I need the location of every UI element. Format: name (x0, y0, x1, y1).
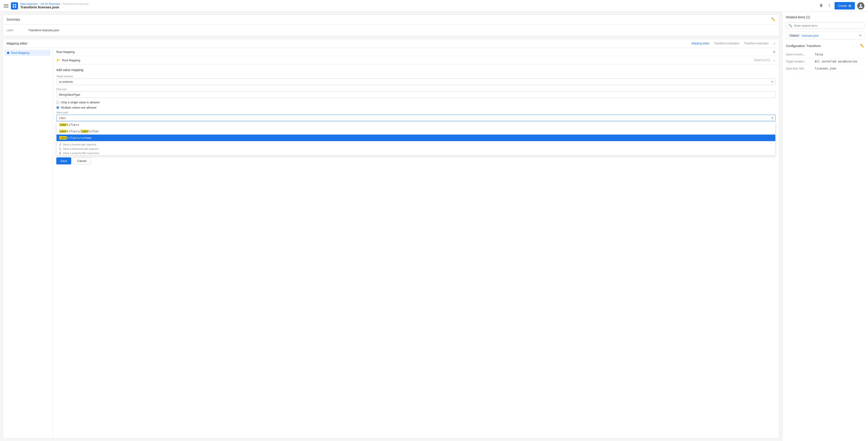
avatar[interactable] (857, 2, 864, 9)
svg-rect-1 (15, 4, 16, 5)
target-property-label: Target property (56, 75, 776, 78)
root-mapping-row-left: 📁 Root Mapping (56, 58, 80, 62)
breadcrumb-sep1: / (39, 2, 39, 5)
add-value-section: Add value mapping Target property ✕ Data… (53, 64, 779, 168)
mapping-body: Root Mapping Root Mapping ⚙ 📁 Root Mapp (3, 48, 779, 438)
autocomplete-item-identifiers[interactable]: identifiers (57, 121, 775, 128)
main-layout: Summary ✏️ Label Transform licenses.json… (0, 12, 868, 441)
config-row-0: Abort if errors ... false (786, 51, 864, 58)
autocomplete-item-identifiers-identifier[interactable]: identifiers/identifier (57, 128, 775, 135)
nav-item-label: Root Mapping (11, 51, 29, 55)
hint-slash-symbol: / (59, 143, 61, 146)
autocomplete-hl-3: iden (81, 129, 88, 133)
config-section: Configuration: Transform ✏️ Abort if err… (786, 44, 864, 72)
value-path-label: Value path (56, 111, 776, 114)
hamburger-menu[interactable] (4, 3, 8, 8)
autocomplete-hl-1: iden (59, 123, 67, 126)
autocomplete-hl-4: iden (59, 136, 67, 140)
tab-transform-execution[interactable]: Transform execution (744, 41, 769, 46)
autocomplete-hints-divider: / Starts a forward path segment \ Starts… (57, 141, 775, 155)
summary-header: Summary ✏️ (3, 15, 779, 24)
delete-button[interactable] (818, 2, 824, 9)
topbar-right: Create ⊕ (818, 2, 864, 9)
radio-single-input[interactable] (56, 101, 59, 104)
more-options-button[interactable] (827, 2, 832, 9)
breadcrumb-showcase[interactable]: v21.04 Showcase (40, 2, 60, 5)
summary-card: Summary ✏️ Label Transform licenses.json (3, 14, 779, 36)
chevron-down-icon: ⌄ (773, 58, 776, 62)
editor-content: Root Mapping ⚙ 📁 Root Mapping {text/url}… (53, 48, 779, 438)
related-item-left: Dataset licenses.json (788, 34, 819, 37)
value-path-input[interactable] (56, 115, 776, 121)
tab-mapping-editor[interactable]: Mapping editor (691, 41, 709, 46)
root-mapping-row[interactable]: 📁 Root Mapping {text/url} ⌄ (53, 56, 779, 64)
hint-bracket-symbol: [ (59, 151, 61, 155)
hint-backslash-symbol: \ (59, 147, 61, 150)
save-button[interactable]: Save (56, 157, 71, 165)
related-item: Dataset licenses.json 👁 (786, 32, 864, 39)
data-type-group: Data type (56, 88, 776, 98)
svg-point-5 (829, 5, 830, 6)
value-path-container: ✕ identifiers identifiers/identifier (56, 115, 776, 121)
summary-label-value: Transform licenses.json (28, 29, 59, 32)
app-logo (11, 2, 18, 9)
config-val-0: false (815, 53, 823, 56)
summary-body: Label Transform licenses.json (3, 24, 779, 36)
breadcrumb-data-integration[interactable]: Data integration (20, 2, 38, 5)
config-title: Configuration: Transform ✏️ (786, 44, 864, 48)
create-label: Create (838, 4, 847, 7)
config-key-1: Target vocabul... (786, 60, 813, 63)
breadcrumb-sep2: / (61, 2, 62, 5)
autocomplete-hl-2: iden (59, 129, 67, 133)
radio-single-item[interactable]: Only a single value is allowed (56, 100, 776, 104)
mapping-editor-title: Mapping editor (6, 41, 28, 45)
search-box: 🔍 (786, 22, 864, 29)
radio-multiple-input[interactable] (56, 106, 59, 109)
mapping-card-header: Mapping editor Mapping editor Transform … (3, 39, 779, 48)
folder-icon: 📁 (56, 58, 60, 62)
root-mapping-folder-label: Root Mapping (62, 59, 80, 62)
autocomplete-item-identifiers-scheme[interactable]: identifiers/scheme (57, 135, 775, 141)
data-type-input[interactable] (56, 91, 776, 98)
radio-single-label: Only a single value is allowed (61, 100, 100, 104)
config-edit-icon[interactable]: ✏️ (860, 44, 864, 48)
summary-edit-icon[interactable]: ✏️ (771, 18, 776, 22)
create-plus-icon: ⊕ (848, 4, 851, 8)
config-row-1: Target vocabul... All installed vocabula… (786, 58, 864, 65)
summary-label-row: Label Transform licenses.json (6, 27, 776, 33)
target-property-input-wrap: ✕ (56, 79, 776, 85)
radio-multiple-label: Multiple values are allowed (61, 106, 96, 109)
svg-point-4 (829, 4, 830, 4)
search-input[interactable] (794, 24, 862, 27)
value-path-clear-button[interactable]: ✕ (771, 116, 774, 120)
config-row-2: Input task: Dat... licenses.json (786, 65, 864, 72)
config-title-text: Configuration: Transform (786, 44, 821, 48)
config-key-2: Input task: Dat... (786, 67, 813, 70)
svg-point-6 (829, 6, 830, 7)
form-actions: Save Cancel (56, 157, 776, 165)
config-key-0: Abort if errors ... (786, 53, 813, 56)
settings-icon[interactable]: ⚙ (773, 50, 776, 54)
radio-multiple-item[interactable]: Multiple values are allowed (56, 106, 776, 109)
target-property-group: Target property ✕ (56, 75, 776, 85)
hint-slash-desc: Starts a forward path segment (63, 143, 96, 146)
related-items-title: Related items (1) (786, 16, 864, 19)
hint-bracket-desc: Starts a property filter expression (63, 152, 99, 154)
target-property-input[interactable] (56, 79, 776, 85)
add-value-title: Add value mapping (56, 68, 776, 72)
expand-icon[interactable]: ⤢ (773, 42, 776, 45)
root-mapping-value: {text/url} (754, 59, 770, 62)
breadcrumb: Data integration / v21.04 Showcase / Tra… (20, 2, 89, 5)
eye-icon[interactable]: 👁 (859, 34, 862, 37)
related-item-link[interactable]: licenses.json (802, 34, 819, 37)
target-property-clear-button[interactable]: ✕ (771, 80, 774, 84)
cancel-button[interactable]: Cancel (73, 157, 91, 165)
tab-transform-evaluation[interactable]: Transform evaluation (714, 41, 739, 46)
svg-rect-2 (13, 6, 14, 7)
value-path-group: Value path ✕ identifiers (56, 111, 776, 121)
title-area: Data integration / v21.04 Showcase / Tra… (20, 2, 89, 9)
nav-item-root-mapping[interactable]: Root Mapping (5, 50, 51, 56)
create-button[interactable]: Create ⊕ (835, 2, 855, 9)
related-item-tag: Dataset (788, 34, 800, 37)
nav-dot-root-mapping (7, 52, 9, 54)
